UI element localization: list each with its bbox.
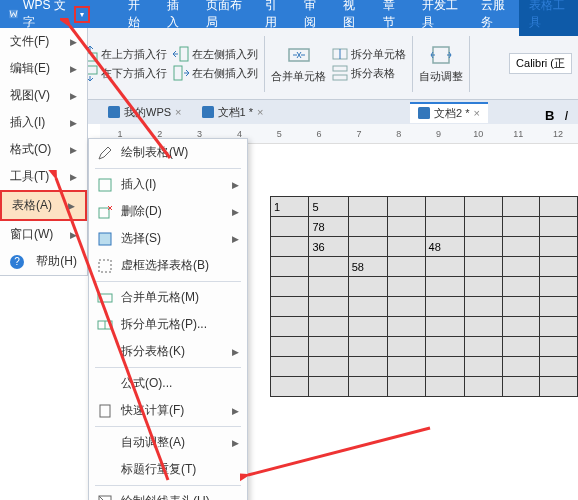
submenu-dash-border[interactable]: 虚框选择表格(B) <box>89 252 247 279</box>
table-cell[interactable] <box>271 277 309 297</box>
table-cell[interactable]: 48 <box>425 237 464 257</box>
table-cell[interactable] <box>309 297 348 317</box>
submenu-merge[interactable]: 合并单元格(M) <box>89 284 247 311</box>
table-cell[interactable] <box>271 217 309 237</box>
close-icon[interactable]: × <box>257 106 263 118</box>
table-cell[interactable] <box>348 377 387 397</box>
table-cell[interactable] <box>309 257 348 277</box>
table-cell[interactable] <box>387 197 425 217</box>
table-cell[interactable] <box>425 317 464 337</box>
table-cell[interactable]: 5 <box>309 197 348 217</box>
table-cell[interactable] <box>425 357 464 377</box>
table-cell[interactable] <box>348 297 387 317</box>
submenu-quickcalc[interactable]: 快速计算(F)▶ <box>89 397 247 424</box>
table-cell[interactable] <box>464 377 502 397</box>
table-cell[interactable] <box>271 237 309 257</box>
ribbon-insert-col-left[interactable]: 在左侧插入列 <box>173 46 258 62</box>
menu-insert[interactable]: 插入(I)▶ <box>0 109 87 136</box>
tab-review[interactable]: 审阅 <box>294 0 333 36</box>
doc-tab-1[interactable]: 文档1 *× <box>194 103 272 122</box>
document-table[interactable]: 1578364858 <box>270 196 578 397</box>
tab-cloud[interactable]: 云服务 <box>471 0 520 36</box>
table-cell[interactable] <box>348 237 387 257</box>
table-cell[interactable]: 78 <box>309 217 348 237</box>
table-cell[interactable] <box>502 257 540 277</box>
table-cell[interactable] <box>271 357 309 377</box>
table-cell[interactable] <box>309 277 348 297</box>
doc-tab-wps[interactable]: 我的WPS× <box>100 103 190 122</box>
table-cell[interactable] <box>502 377 540 397</box>
table-cell[interactable] <box>387 317 425 337</box>
table-cell[interactable] <box>540 337 578 357</box>
table-cell[interactable] <box>271 337 309 357</box>
table-cell[interactable]: 1 <box>271 197 309 217</box>
table-cell[interactable] <box>387 237 425 257</box>
ribbon-autofit[interactable]: 自动调整 <box>419 43 463 84</box>
menu-file[interactable]: 文件(F)▶ <box>0 28 87 55</box>
table-cell[interactable] <box>464 257 502 277</box>
menu-edit[interactable]: 编辑(E)▶ <box>0 55 87 82</box>
table-cell[interactable] <box>502 357 540 377</box>
table-cell[interactable] <box>464 217 502 237</box>
close-icon[interactable]: × <box>474 107 480 119</box>
tab-section[interactable]: 章节 <box>373 0 412 36</box>
table-cell[interactable] <box>425 197 464 217</box>
ribbon-insert-row-below[interactable]: 在下方插入行 <box>82 65 167 81</box>
table-cell[interactable] <box>271 317 309 337</box>
table-cell[interactable] <box>540 237 578 257</box>
table-cell[interactable] <box>387 217 425 237</box>
tab-ref[interactable]: 引用 <box>255 0 294 36</box>
table-cell[interactable] <box>309 377 348 397</box>
tab-start[interactable]: 开始 <box>118 0 157 36</box>
table-cell[interactable] <box>387 297 425 317</box>
tab-layout[interactable]: 页面布局 <box>196 0 255 36</box>
table-cell[interactable] <box>348 317 387 337</box>
table-cell[interactable] <box>540 197 578 217</box>
submenu-draw-diag[interactable]: 绘制斜线表头(U)... <box>89 488 247 500</box>
menu-format[interactable]: 格式(O)▶ <box>0 136 87 163</box>
table-cell[interactable] <box>464 197 502 217</box>
table-cell[interactable] <box>348 357 387 377</box>
submenu-split-table[interactable]: 拆分表格(K)▶ <box>89 338 247 365</box>
table-cell[interactable] <box>502 317 540 337</box>
ribbon-split-table[interactable]: 拆分表格 <box>332 65 406 81</box>
table-cell[interactable] <box>540 317 578 337</box>
table-cell[interactable] <box>387 257 425 277</box>
tab-table-tools[interactable]: 表格工具 <box>519 0 578 36</box>
table-cell[interactable] <box>540 357 578 377</box>
menu-help[interactable]: ?帮助(H) <box>0 248 87 275</box>
table-cell[interactable] <box>348 197 387 217</box>
table-cell[interactable] <box>348 277 387 297</box>
italic-button[interactable]: I <box>560 108 572 123</box>
tab-insert[interactable]: 插入 <box>157 0 196 36</box>
table-cell[interactable] <box>464 317 502 337</box>
table-cell[interactable] <box>425 297 464 317</box>
tab-dev[interactable]: 开发工具 <box>412 0 471 36</box>
submenu-split-cells[interactable]: 拆分单元格(P)... <box>89 311 247 338</box>
table-cell[interactable] <box>271 257 309 277</box>
table-cell[interactable] <box>387 357 425 377</box>
table-cell[interactable] <box>309 337 348 357</box>
table-cell[interactable] <box>502 337 540 357</box>
app-menu-dropdown[interactable]: ▾ <box>74 6 90 23</box>
menu-view[interactable]: 视图(V)▶ <box>0 82 87 109</box>
table-cell[interactable] <box>540 257 578 277</box>
submenu-select[interactable]: 选择(S)▶ <box>89 225 247 252</box>
ribbon-insert-col-right[interactable]: 在右侧插入列 <box>173 65 258 81</box>
table-cell[interactable] <box>502 237 540 257</box>
font-selector[interactable]: Calibri (正 <box>509 53 572 74</box>
table-cell[interactable] <box>464 357 502 377</box>
bold-button[interactable]: B <box>541 108 558 123</box>
ribbon-insert-row-above[interactable]: 在上方插入行 <box>82 46 167 62</box>
table-cell[interactable] <box>502 297 540 317</box>
menu-tools[interactable]: 工具(T)▶ <box>0 163 87 190</box>
table-cell[interactable] <box>540 217 578 237</box>
submenu-draw-table[interactable]: 绘制表格(W) <box>89 139 247 166</box>
table-cell[interactable] <box>540 297 578 317</box>
table-cell[interactable] <box>464 337 502 357</box>
table-cell[interactable] <box>309 317 348 337</box>
submenu-formula[interactable]: 公式(O)... <box>89 370 247 397</box>
table-cell[interactable] <box>502 217 540 237</box>
table-cell[interactable] <box>271 297 309 317</box>
tab-view[interactable]: 视图 <box>333 0 372 36</box>
